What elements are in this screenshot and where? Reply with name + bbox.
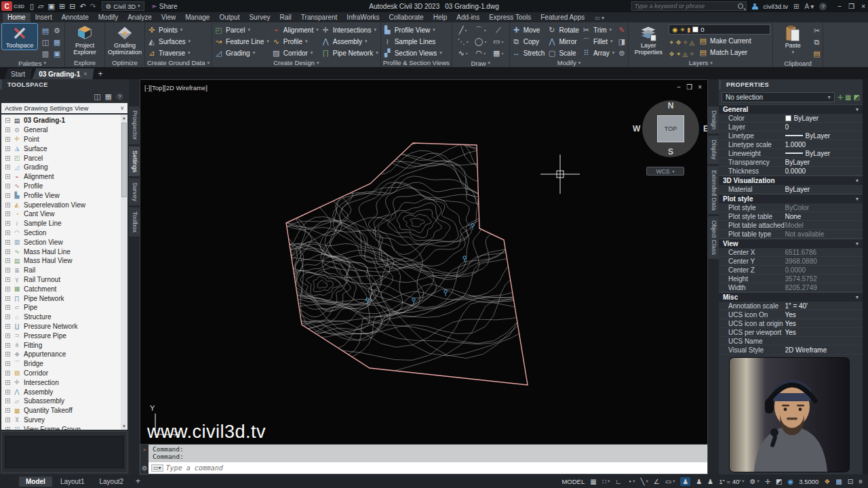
grid-display-icon[interactable]: ▦ bbox=[590, 478, 596, 485]
draw-tool-8[interactable]: ▦▾ bbox=[490, 47, 507, 59]
ribbon-button-feature-line[interactable]: ↝Feature Line▾ bbox=[214, 36, 269, 47]
ribbon-tab-help[interactable]: Help bbox=[429, 13, 452, 22]
workspace-switching-icon[interactable]: ⚙▾ bbox=[749, 478, 759, 485]
expand-icon[interactable]: + bbox=[5, 165, 10, 169]
viewcube-east[interactable]: E bbox=[703, 124, 708, 134]
ribbon-button-scale[interactable]: ▢Scale bbox=[547, 47, 578, 58]
property-row-linetype-scale[interactable]: Linetype scale1.0000 bbox=[719, 140, 863, 149]
draw-tool-3[interactable]: ⋱▾ bbox=[454, 36, 472, 47]
new-layout-button[interactable]: + bbox=[132, 476, 144, 486]
layer-properties-button[interactable]: LayerProperties bbox=[631, 24, 666, 56]
viewport-close-icon[interactable]: × bbox=[698, 83, 702, 91]
property-row-plot-table-attached-to[interactable]: Plot table attached toModel bbox=[719, 221, 863, 230]
expand-icon[interactable]: + bbox=[5, 418, 10, 422]
properties-tab-design[interactable]: Design bbox=[708, 106, 719, 134]
property-row-ucs-icon-on[interactable]: UCS icon OnYes bbox=[719, 310, 863, 319]
tree-item-structure[interactable]: +⌂Structure bbox=[4, 312, 121, 322]
panel-label-layers[interactable]: Layers▾ bbox=[631, 58, 770, 67]
cut-icon[interactable]: ✂ bbox=[813, 25, 820, 36]
expand-icon[interactable]: + bbox=[5, 156, 10, 161]
ribbon-button-array[interactable]: ⠿Array▾ bbox=[582, 47, 614, 58]
draw-tool-2[interactable]: ⟋ bbox=[490, 24, 507, 36]
tree-item-profile-view[interactable]: +▙Profile View bbox=[4, 190, 121, 200]
property-row-plot-style-table[interactable]: Plot style tableNone bbox=[719, 212, 863, 221]
qat-icon-1[interactable]: ▱ bbox=[38, 2, 43, 11]
paste-button[interactable]: Paste▾ bbox=[775, 24, 810, 56]
expand-icon[interactable]: + bbox=[5, 408, 10, 413]
tree-item-sample-line[interactable]: +≀Sample Line bbox=[4, 219, 121, 228]
property-row-center-x[interactable]: Center X6511.6786 bbox=[719, 248, 863, 257]
ribbon-button-traverse[interactable]: ⊿Traverse▾ bbox=[147, 47, 191, 58]
viewcube-west[interactable]: W bbox=[633, 124, 640, 134]
command-close-icon[interactable]: × bbox=[143, 447, 146, 453]
snap-mode-icon[interactable]: ∷▾ bbox=[602, 478, 610, 485]
viewport-controls-label[interactable]: [-][Top][2D Wireframe] bbox=[144, 84, 208, 92]
expand-icon[interactable]: + bbox=[5, 230, 10, 235]
tree-item-grading[interactable]: +◿Grading bbox=[4, 163, 121, 172]
expand-icon[interactable]: + bbox=[5, 277, 10, 282]
ribbon-button-profile-view[interactable]: ▙Profile View▾ bbox=[383, 24, 442, 35]
expand-icon[interactable]: + bbox=[5, 324, 10, 329]
ribbon-button-points[interactable]: ✜Points▾ bbox=[147, 24, 191, 35]
section-header-misc[interactable]: Misc▾ bbox=[719, 292, 863, 302]
viewcube-top-face[interactable]: TOP bbox=[657, 115, 684, 142]
tree-item-section-view[interactable]: +▥Section View bbox=[4, 237, 121, 247]
ribbon-tab-output[interactable]: Output bbox=[214, 13, 244, 22]
expand-icon[interactable]: + bbox=[5, 287, 10, 291]
ribbon-tab-home[interactable]: Home bbox=[3, 13, 31, 22]
ribbon-tab-insert[interactable]: Insert bbox=[31, 13, 57, 22]
customization-menu-icon[interactable]: ≡ bbox=[859, 478, 863, 485]
section-header-general[interactable]: General▾ bbox=[719, 104, 863, 114]
tree-item-corridor[interactable]: +▨Corridor bbox=[4, 369, 121, 378]
expand-icon[interactable]: + bbox=[5, 371, 10, 375]
palette-icon-4[interactable]: ▥ bbox=[40, 48, 51, 59]
command-input[interactable] bbox=[166, 464, 705, 472]
tab-close-icon[interactable]: × bbox=[83, 70, 87, 77]
property-row-center-z[interactable]: Center Z0.0000 bbox=[719, 266, 863, 274]
qat-icon-0[interactable]: ▯ bbox=[30, 2, 34, 11]
ribbon-button-fillet[interactable]: ⌒Fillet▾ bbox=[582, 36, 614, 47]
tree-item-pipe-network[interactable]: +∏Pipe Network bbox=[4, 293, 121, 303]
paste-special-icon[interactable]: ▤ bbox=[813, 48, 820, 59]
tree-item-fitting[interactable]: +⋔Fitting bbox=[4, 340, 121, 350]
share-button[interactable]: ➣ Share bbox=[151, 2, 178, 11]
properties-tab-display[interactable]: Display bbox=[708, 136, 719, 164]
draw-tool-4[interactable]: ◯▾ bbox=[472, 36, 490, 47]
layout-tab-layout2[interactable]: Layout2 bbox=[92, 476, 130, 487]
object-snap-tracking-icon[interactable]: ∠ bbox=[654, 478, 660, 485]
ribbon-tab-analyze[interactable]: Analyze bbox=[123, 13, 157, 22]
close-icon[interactable]: × bbox=[861, 3, 865, 10]
expand-icon[interactable]: + bbox=[5, 221, 10, 226]
tree-item-survey[interactable]: +⊻Survey bbox=[4, 415, 121, 425]
qat-icon-5[interactable]: ↶ bbox=[79, 2, 85, 11]
tree-item-superelevation-view[interactable]: +◭Superelevation View bbox=[4, 200, 121, 209]
ribbon-tab-modify[interactable]: Modify bbox=[94, 13, 123, 22]
tree-item-bridge[interactable]: +⌒Bridge bbox=[4, 359, 121, 369]
scrollbar-thumb[interactable] bbox=[121, 123, 127, 197]
toolspace-tab-settings[interactable]: Settings bbox=[129, 146, 140, 177]
property-row-layer[interactable]: Layer0 bbox=[719, 123, 863, 131]
tree-item-mass-haul-view[interactable]: +▤Mass Haul View bbox=[4, 256, 121, 266]
tree-item-catchment[interactable]: +▩Catchment bbox=[4, 284, 121, 293]
ribbon-button-intersections[interactable]: ✛Intersections▾ bbox=[321, 24, 378, 35]
panel-label-draw[interactable]: Draw▾ bbox=[454, 59, 507, 67]
ribbon-button-copy[interactable]: ⧉Copy bbox=[512, 36, 545, 47]
expand-icon[interactable]: + bbox=[5, 258, 10, 263]
tree-item-mass-haul-line[interactable]: +∿Mass Haul Line bbox=[4, 247, 121, 256]
tree-item-section[interactable]: +◠Section bbox=[4, 228, 121, 238]
toolspace-tab-survey[interactable]: Survey bbox=[129, 178, 140, 205]
expand-icon[interactable]: + bbox=[5, 305, 10, 310]
object-snap-icon[interactable]: ▭▾ bbox=[665, 478, 675, 485]
ribbon-button-corridor[interactable]: ▨Corridor▾ bbox=[272, 47, 319, 58]
ribbon-button-trim[interactable]: ✂Trim▾ bbox=[582, 24, 614, 35]
layer-selector[interactable]: ◉☀▮0 bbox=[669, 24, 770, 35]
isolate-objects-icon[interactable]: ◩ bbox=[776, 478, 782, 485]
layout-tab-model[interactable]: Model bbox=[19, 476, 52, 487]
panel-label-clipboard[interactable]: Clipboard bbox=[775, 59, 820, 67]
expand-icon[interactable]: + bbox=[5, 249, 10, 254]
toolspace-help-icon[interactable]: ? bbox=[116, 93, 123, 100]
expand-icon[interactable]: + bbox=[5, 343, 10, 348]
tree-item-parcel[interactable]: +◰Parcel bbox=[4, 153, 121, 163]
ribbon-button-alignment[interactable]: ⌁Alignment▾ bbox=[272, 24, 319, 35]
command-customize-icon[interactable]: ⚙ bbox=[142, 465, 147, 472]
